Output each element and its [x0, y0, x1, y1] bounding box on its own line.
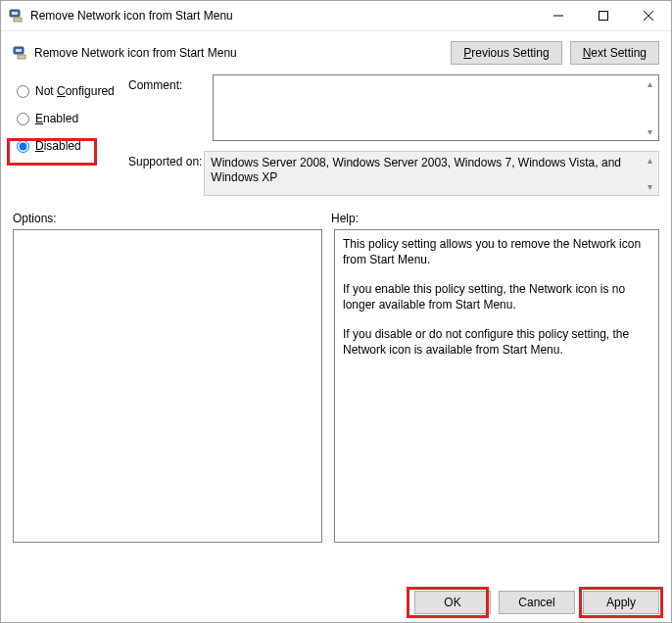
maximize-button[interactable] — [581, 1, 626, 30]
supported-on-label: Supported on: — [128, 151, 204, 168]
scroll-down-icon[interactable]: ▾ — [643, 124, 657, 139]
close-button[interactable] — [626, 1, 671, 30]
help-text: If you disable or do not configure this … — [343, 326, 650, 358]
window-title: Remove Network icon from Start Menu — [30, 9, 536, 23]
comment-textbox[interactable]: ▴ ▾ — [213, 74, 659, 141]
next-setting-button[interactable]: Next Setting — [570, 41, 659, 65]
svg-rect-8 — [16, 49, 22, 52]
radio-disabled-input[interactable] — [17, 140, 29, 153]
dialog-buttons: OK Cancel Apply — [414, 591, 659, 614]
policy-header: Remove Network icon from Start Menu Prev… — [1, 31, 671, 74]
radio-enabled[interactable]: Enabled — [13, 108, 128, 129]
apply-button[interactable]: Apply — [583, 591, 659, 614]
options-label: Options: — [13, 212, 331, 225]
help-text: If you enable this policy setting, the N… — [343, 281, 650, 312]
svg-rect-2 — [14, 18, 22, 22]
svg-rect-1 — [12, 12, 18, 15]
state-radio-group: Not Configured Enabled Disabled — [13, 74, 128, 206]
policy-icon — [13, 45, 28, 61]
previous-setting-button[interactable]: Previous Setting — [451, 41, 561, 65]
minimize-button[interactable] — [536, 1, 581, 30]
svg-rect-9 — [18, 55, 25, 59]
radio-enabled-input[interactable] — [17, 113, 29, 125]
ok-button[interactable]: OK — [414, 591, 491, 614]
supported-on-value: Windows Server 2008, Windows Server 2003… — [211, 156, 621, 184]
cancel-button[interactable]: Cancel — [499, 591, 575, 614]
options-pane — [13, 229, 322, 543]
supported-on-textbox: Windows Server 2008, Windows Server 2003… — [204, 151, 659, 196]
help-pane: This policy setting allows you to remove… — [334, 229, 659, 543]
window-controls — [536, 1, 671, 30]
titlebar: Remove Network icon from Start Menu — [1, 1, 671, 31]
svg-rect-4 — [600, 12, 608, 21]
scroll-down-icon[interactable]: ▾ — [643, 179, 657, 194]
radio-not-configured-input[interactable] — [17, 85, 29, 98]
radio-disabled[interactable]: Disabled — [13, 135, 128, 157]
policy-title: Remove Network icon from Start Menu — [34, 46, 443, 60]
scroll-up-icon[interactable]: ▴ — [643, 153, 657, 168]
help-label: Help: — [331, 212, 359, 225]
app-icon — [9, 8, 24, 24]
comment-label: Comment: — [128, 74, 213, 92]
radio-not-configured[interactable]: Not Configured — [13, 80, 128, 102]
scroll-up-icon[interactable]: ▴ — [643, 76, 657, 91]
help-text: This policy setting allows you to remove… — [343, 236, 650, 267]
